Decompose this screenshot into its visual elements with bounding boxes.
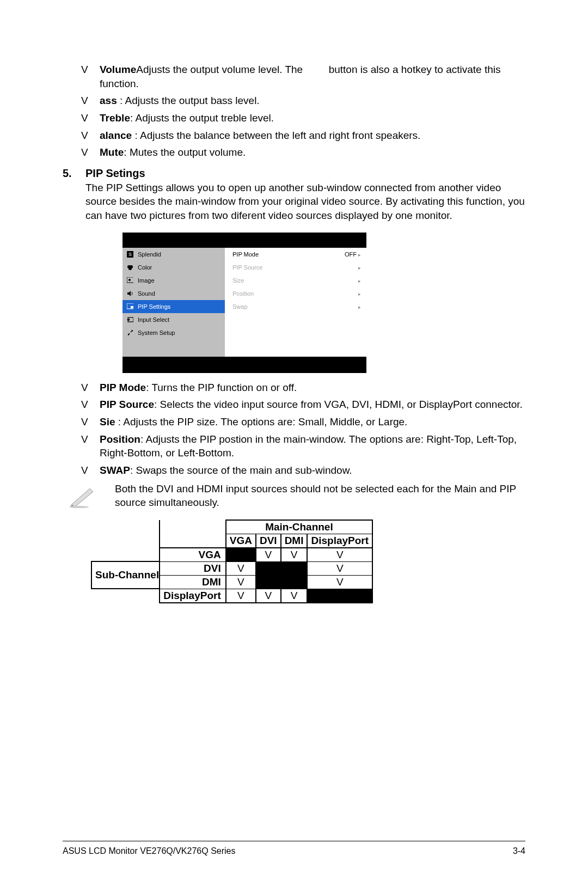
main-channel-header: Main-Channel <box>226 520 372 534</box>
matrix-cell: V <box>226 589 256 603</box>
matrix-cell: V <box>307 548 372 562</box>
matrix-cell: V <box>307 575 372 589</box>
input-icon <box>127 316 133 323</box>
bullet-item: VPIP Source: Selects the video input sou… <box>81 398 525 412</box>
osd-menu-label: Color <box>138 264 152 271</box>
osd-submenu-item: Swap▸ <box>225 300 366 313</box>
bullet-text: Turns the PIP function on or off. <box>151 382 297 393</box>
bullet-sep: : <box>134 130 140 141</box>
svg-rect-6 <box>131 306 133 308</box>
bullet-label: Position <box>100 433 140 445</box>
matrix-cell: V <box>226 561 256 575</box>
bullet-label: PIP Source <box>100 399 154 410</box>
section-number: 5. <box>63 167 85 180</box>
matrix-cell: V <box>256 548 281 562</box>
osd-menu-label: PIP Settings <box>138 303 170 310</box>
pen-icon <box>63 482 102 510</box>
osd-submenu-item: PIP ModeOFF ▸ <box>225 248 366 261</box>
sound-icon <box>127 290 133 297</box>
osd-menu-item: Sound <box>122 287 225 300</box>
bullet-symbol: V <box>81 398 100 412</box>
bullet-balance: V alance : Adjusts the balance between t… <box>81 129 525 143</box>
osd-submenu-item: PIP Source▸ <box>225 261 366 274</box>
bullet-symbol: V <box>81 63 100 90</box>
bullet-treble: V Treble: Adjusts the output treble leve… <box>81 111 525 125</box>
footer: ASUS LCD Monitor VE276Q/VK276Q Series 3-… <box>63 846 525 856</box>
footer-left: ASUS LCD Monitor VE276Q/VK276Q Series <box>63 846 235 856</box>
osd-menu-label: Image <box>138 277 155 284</box>
bullet-label: Mute <box>100 146 124 158</box>
matrix-cell: V <box>307 561 372 575</box>
bullet-text: Swaps the source of the main and sub-win… <box>136 465 352 476</box>
S-icon: S <box>127 251 133 258</box>
bullet-label: Treble <box>100 112 130 124</box>
osd-submenu-label: Swap <box>232 303 248 310</box>
sound-bullets: V VolumeAdjusts the output volume level.… <box>81 63 525 160</box>
osd-submenu-label: PIP Source <box>232 264 262 271</box>
note-text: Both the DVI and HDMI input sources shou… <box>102 482 525 510</box>
osd-value: OFF <box>345 251 358 258</box>
bullet-text: Adjusts the balance between the left and… <box>140 130 420 141</box>
bullet-text: Adjusts the PIP postion in the main-wind… <box>100 433 517 459</box>
chevron-right-icon: ▸ <box>358 265 361 271</box>
bullet-symbol: V <box>81 463 100 478</box>
bullet-volume: V VolumeAdjusts the output volume level.… <box>81 63 525 90</box>
section-heading: 5. PIP Setings <box>63 167 525 180</box>
osd-submenu-item: Position▸ <box>225 287 366 300</box>
bullet-symbol: V <box>81 415 100 429</box>
bullet-text: Adjusts the PIP size. The options are: S… <box>123 416 407 427</box>
matrix-cell-blocked <box>307 589 372 603</box>
col-header: DMI <box>281 534 308 548</box>
osd-menu-item: System Setup <box>122 326 225 339</box>
bullet-item: VSie : Adjusts the PIP size. The options… <box>81 415 525 429</box>
bullet-symbol: V <box>81 129 100 143</box>
svg-point-2 <box>128 267 132 270</box>
osd-menu-item: PIP Settings <box>122 300 225 313</box>
bullet-symbol: V <box>81 145 100 160</box>
row-header: DMI <box>160 575 226 589</box>
compatibility-matrix: Main-ChannelVGADVIDMIDisplayPortVGAVVVSu… <box>91 520 525 603</box>
matrix-cell: V <box>281 589 308 603</box>
bullet-text: Adjusts the output bass level. <box>125 95 260 106</box>
osd-submenu: PIP ModeOFF ▸PIP Source▸Size▸Position▸Sw… <box>225 248 366 357</box>
note: Both the DVI and HDMI input sources shou… <box>63 482 525 510</box>
row-header: DisplayPort <box>160 589 226 603</box>
bullet-mute: V Mute: Mutes the output volume. <box>81 145 525 160</box>
bullet-symbol: V <box>81 94 100 108</box>
col-header: DVI <box>256 534 281 548</box>
bullet-symbol: V <box>81 111 100 125</box>
row-header: VGA <box>160 548 226 562</box>
row-header: DVI <box>160 561 226 575</box>
matrix-cell: V <box>226 575 256 589</box>
bullet-label: alance <box>100 130 134 141</box>
section-title: PIP Setings <box>85 167 145 180</box>
bullet-label: PIP Mode <box>100 382 146 393</box>
bullet-text: Adjusts the output treble level. <box>136 112 274 124</box>
osd-menu-label: Input Select <box>138 316 169 323</box>
osd-menu-item: Input Select <box>122 313 225 326</box>
sub-channel-header: Sub-Channel <box>91 561 160 589</box>
matrix-cell-blocked <box>281 561 308 575</box>
matrix-cell-blocked <box>256 561 281 575</box>
matrix-cell-blocked <box>226 548 256 562</box>
setup-icon <box>127 329 133 336</box>
osd-menu-item: SSplendid <box>122 248 225 261</box>
chevron-right-icon: ▸ <box>358 304 361 310</box>
bullet-label: ass <box>100 95 120 106</box>
image-icon <box>127 277 133 284</box>
chevron-right-icon: ▸ <box>358 291 361 297</box>
pip-bullets: VPIP Mode: Turns the PIP function on or … <box>81 381 525 478</box>
bullet-label: SWAP <box>100 465 130 476</box>
matrix-cell: V <box>281 548 308 562</box>
osd-menu-label: System Setup <box>138 329 175 336</box>
bullet-label: Sie <box>100 416 118 427</box>
col-header: VGA <box>226 534 256 548</box>
pip-icon <box>127 303 133 310</box>
color-icon <box>127 264 133 271</box>
svg-point-8 <box>69 506 89 508</box>
bullet-text-a: Adjusts the output volume level. The <box>136 64 305 75</box>
matrix-cell-blocked <box>281 575 308 589</box>
osd-screenshot: SSplendidColorImageSoundPIP SettingsInpu… <box>122 233 366 373</box>
section-paragraph: The PIP Settings allows you to open up a… <box>85 181 525 223</box>
osd-menu-item: Color <box>122 261 225 274</box>
